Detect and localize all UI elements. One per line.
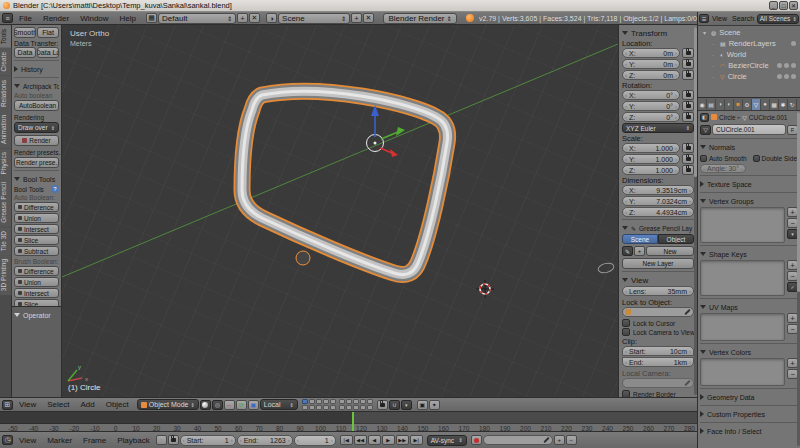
select-restrict-icon[interactable] — [784, 74, 789, 79]
union-button[interactable]: Union — [14, 277, 59, 287]
gp-new-button[interactable]: New — [646, 246, 694, 256]
grease-pencil-panel-header[interactable]: ✎ Grease Pencil Lay — [622, 222, 694, 234]
close-button[interactable]: ✕ — [789, 1, 798, 10]
normals-panel-header[interactable]: Normals — [700, 141, 798, 153]
tool-shelf-tab-grease-pencil[interactable]: Grease Pencil — [0, 178, 12, 227]
mesh-datablock-icon[interactable]: ▽ — [700, 125, 711, 135]
layer-toggle[interactable] — [339, 399, 345, 404]
breadcrumb-object[interactable]: Circle — [719, 114, 736, 121]
gp-object-tab[interactable]: Object — [658, 234, 694, 244]
eye-restrict-icon[interactable] — [777, 63, 782, 68]
number-field[interactable]: ‹Y:0°› — [622, 101, 680, 111]
archipack-panel-header[interactable]: Archipack Tools — [14, 80, 59, 92]
clip-start-field[interactable]: ‹Start: 10cm› — [622, 346, 694, 356]
render-restrict-icon[interactable] — [791, 74, 796, 79]
editor-type-icon[interactable]: ⊞ — [2, 400, 13, 410]
layer-toggle[interactable] — [346, 399, 352, 404]
outliner-item-circle[interactable]: ·▽Circle — [700, 71, 798, 82]
layer-toggle[interactable] — [316, 405, 322, 410]
keying-set-field[interactable] — [483, 435, 553, 445]
menu-marker[interactable]: Marker — [42, 436, 77, 445]
menu-add[interactable]: Add — [75, 400, 99, 409]
frame-start-field[interactable]: ‹Start: 1› — [180, 435, 236, 446]
face-info-panel-header[interactable]: Face Info / Select — [700, 425, 798, 437]
clip-end-field[interactable]: ‹End: 1km› — [622, 357, 694, 367]
scene-selector[interactable]: Scene⇕ — [278, 13, 350, 24]
snap-magnet-icon[interactable]: ∪ — [389, 400, 400, 410]
minimize-button[interactable]: _ — [769, 1, 778, 10]
layer-toggle[interactable] — [330, 399, 336, 404]
vertex-colors-list[interactable] — [700, 358, 785, 386]
custom-properties-panel-header[interactable]: Custom Properties — [700, 408, 798, 420]
eyedropper-icon[interactable] — [543, 437, 549, 443]
double-sided-checkbox[interactable] — [753, 155, 760, 162]
intersect-button[interactable]: Intersect — [14, 288, 59, 298]
menu-help[interactable]: Help — [115, 14, 141, 23]
vertex-colors-panel-header[interactable]: Vertex Colors — [700, 346, 798, 358]
menu-view[interactable]: View — [14, 436, 41, 445]
number-field[interactable]: ‹Z:0°› — [622, 112, 680, 122]
shade-smooth-button[interactable]: Smooth — [14, 27, 36, 38]
play-reverse-button[interactable]: ◀ — [368, 435, 381, 445]
maximize-button[interactable]: □ — [779, 1, 788, 10]
play-button[interactable]: ▶ — [382, 435, 395, 445]
shape-keys-panel-header[interactable]: Shape Keys — [700, 248, 798, 260]
properties-tab-object-icon[interactable]: ■ — [734, 99, 743, 110]
menu-frame[interactable]: Frame — [78, 436, 111, 445]
previous-keyframe-button[interactable]: ◀◀ — [354, 435, 367, 445]
rotation-mode-dropdown[interactable]: XYZ Euler⇕ — [622, 123, 694, 133]
eyedropper-icon[interactable] — [684, 380, 690, 386]
viewport-3d[interactable]: x y User Ortho Meters (1) Circle — [62, 25, 618, 397]
data-transfer-data-button[interactable]: Data — [14, 47, 36, 58]
menu-select[interactable]: Select — [42, 400, 74, 409]
menu-view[interactable]: View — [14, 400, 41, 409]
layer-toggle[interactable] — [316, 399, 322, 404]
difference-button[interactable]: Difference — [14, 266, 59, 276]
next-keyframe-button[interactable]: ▶▶ — [396, 435, 409, 445]
properties-tab-render-icon[interactable]: ◉ — [698, 99, 707, 110]
timeline-ruler[interactable]: -50-40-30-20-100102030405060708090100110… — [0, 424, 697, 432]
slice-button[interactable]: Slice — [14, 299, 59, 306]
lock-icon[interactable] — [682, 70, 694, 80]
texture-space-panel-header[interactable]: Texture Space — [700, 178, 798, 190]
render-border-checkbox[interactable] — [622, 390, 630, 397]
help-icon[interactable]: ? — [51, 185, 59, 193]
properties-tab-modifiers-icon[interactable]: ⚙ — [743, 99, 752, 110]
preview-range-icon[interactable]: ◔ — [156, 435, 167, 445]
lock-time-icon[interactable] — [168, 435, 179, 445]
lock-to-object-field[interactable] — [622, 307, 694, 317]
gp-scene-tab[interactable]: Scene — [622, 234, 658, 244]
number-field[interactable]: ‹Y:0m› — [622, 59, 680, 69]
local-camera-field[interactable] — [622, 378, 694, 388]
manipulator-translate-icon[interactable]: ↔ — [224, 400, 235, 410]
frame-end-field[interactable]: ‹End: 1263› — [237, 435, 293, 446]
bool-tools-panel-header[interactable]: Bool Tools — [14, 173, 59, 185]
add-scene-button[interactable]: + — [351, 13, 362, 23]
difference-button[interactable]: Difference — [14, 202, 59, 212]
gp-new-layer-button[interactable]: New Layer — [622, 258, 694, 269]
datablock-name-field[interactable]: CUCircle.001 — [712, 124, 786, 135]
layer-toggle[interactable] — [353, 399, 359, 404]
menu-file[interactable]: File — [14, 14, 37, 23]
number-field[interactable]: ‹X:0°› — [622, 90, 680, 100]
lock-icon[interactable] — [682, 143, 694, 153]
lock-to-scene-icon[interactable] — [377, 400, 388, 410]
tool-shelf-tab-create[interactable]: Create — [0, 48, 12, 76]
lock-icon[interactable] — [682, 48, 694, 58]
menu-playback[interactable]: Playback — [112, 436, 154, 445]
delete-layout-button[interactable]: ✕ — [249, 13, 260, 23]
manipulator-scale-icon[interactable]: ▣ — [248, 400, 259, 410]
opengl-render-button[interactable]: ▣ — [417, 400, 428, 410]
shape-keys-list[interactable] — [700, 260, 785, 296]
editor-type-icon[interactable]: ☰ — [699, 14, 709, 23]
auto-smooth-checkbox[interactable] — [700, 155, 707, 162]
record-button[interactable] — [471, 435, 482, 445]
layer-toggle[interactable] — [309, 405, 315, 410]
lock-icon[interactable] — [682, 112, 694, 122]
lock-icon[interactable] — [682, 165, 694, 175]
gp-datablock-icon[interactable]: ✎ — [622, 246, 633, 256]
history-panel-header[interactable]: History — [14, 63, 59, 75]
layer-toggle[interactable] — [302, 399, 308, 404]
properties-tab-physics-icon[interactable]: ↻ — [788, 99, 797, 110]
layer-toggle[interactable] — [323, 405, 329, 410]
